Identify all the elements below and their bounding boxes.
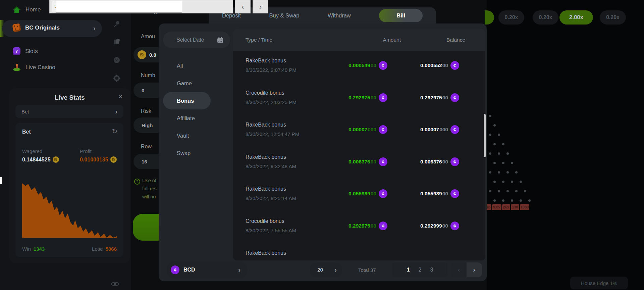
eye-icon[interactable] (111, 281, 119, 287)
prev-page-button[interactable]: ‹ (451, 262, 467, 277)
wallet-bill-modal: Deposit Buy & Swap Withdraw Bill Select … (159, 0, 487, 290)
row-time: 8/30/2022, 7:55:55 AM (246, 228, 296, 233)
bcd-coin-icon: ¢ (379, 157, 387, 166)
row-type: RakeBack bonus (246, 58, 286, 64)
row-time: 8/30/2022, 8:25:14 AM (246, 195, 296, 201)
table-scrollbar-thumb[interactable] (484, 114, 486, 157)
row-balance: 0.00637600¢ (420, 157, 459, 166)
plinko-peg (493, 162, 496, 164)
ime-text-input[interactable] (56, 1, 182, 13)
risk-label: Risk (141, 108, 151, 114)
doge-coin-icon: Đ (110, 156, 117, 163)
win-label: Win (22, 246, 31, 252)
page-button-1[interactable]: 1 (407, 267, 410, 273)
dice-game-icon[interactable] (113, 56, 120, 64)
plinko-peg (502, 181, 504, 183)
edge-marker (0, 177, 2, 184)
plinko-peg (498, 152, 500, 155)
bcd-coin-icon: ¢ (450, 61, 459, 70)
plinko-slot-multiplier: 130 (511, 204, 519, 210)
amount-label: Amou (141, 34, 155, 40)
plinko-peg (528, 199, 531, 202)
sidebar-item-bc-originals[interactable]: BC Originals (13, 24, 60, 32)
tab-withdraw[interactable]: Withdraw (328, 12, 351, 19)
card-title: Bet (22, 129, 31, 135)
row-type: RakeBack bonus (246, 186, 286, 192)
plinko-peg (511, 181, 513, 183)
chip-game-icon[interactable] (113, 75, 120, 82)
sidebar-item-label: Home (25, 6, 41, 13)
sidebar-item-home[interactable]: Home (13, 6, 41, 13)
lose-label: Lose (92, 246, 103, 252)
bcd-coin-icon: ¢ (379, 222, 387, 230)
plinko-peg (511, 162, 513, 164)
header-amount: Amount (361, 37, 401, 43)
ime-prev-button[interactable]: ‹ (235, 0, 251, 13)
row-value: 16 (142, 159, 147, 164)
multiplier-pill[interactable]: 0.20x (600, 10, 626, 25)
chevron-right-icon: › (93, 25, 96, 32)
currency-select[interactable]: ¢ BCD › (167, 261, 247, 278)
multiplier-pill[interactable]: 0.20x (533, 10, 558, 25)
plinko-peg (520, 181, 522, 183)
plinko-peg (493, 181, 496, 183)
bcd-coin-icon: ¢ (379, 125, 387, 134)
plinko-slot-multiplier: 9.0x (492, 204, 501, 210)
plinko-peg (502, 199, 504, 202)
win-lose-row: Win1343 Lose5066 (22, 246, 117, 252)
row-type: RakeBack bonus (246, 122, 286, 128)
ime-next-button[interactable]: › (253, 0, 268, 13)
filter-item-vault[interactable]: Vault (163, 127, 230, 144)
filter-item-swap[interactable]: Swap (163, 144, 230, 162)
refresh-icon[interactable]: ↻ (112, 128, 117, 135)
modal-body: Select Date AllGameBonusAffiliateVaultSw… (159, 23, 487, 281)
bcd-coin-icon: ¢ (171, 265, 179, 274)
row-amount: 0.00007000¢ (348, 125, 387, 134)
page-button-2[interactable]: 2 (419, 267, 422, 273)
sidebar-item-label: Live Casino (25, 64, 55, 71)
house-edge-label: House Edge 1% (570, 277, 628, 289)
plinko-slot-multiplier: 1000 (520, 204, 529, 210)
plinko-board-area: 0.20x0.20x2.00x0.20x .0x9.0x26x1301000 H… (487, 0, 644, 290)
plinko-peg (520, 199, 522, 202)
limbo-game-icon[interactable] (113, 20, 120, 28)
sidebar-item-live-casino[interactable]: Live Casino (13, 63, 55, 71)
sidebar-item-slots[interactable]: 7 Slots (13, 47, 38, 55)
page-size-select[interactable]: 20 › (310, 262, 342, 277)
table-row: Crocodile bonus8/30/2022, 7:55:55 AM0.29… (233, 211, 485, 244)
row-amount: 0.00637600¢ (348, 157, 387, 166)
chevron-right-icon: › (115, 108, 117, 115)
multiplier-pill[interactable]: 0.20x (498, 10, 524, 25)
filter-item-all[interactable]: All (163, 57, 230, 75)
select-date-input[interactable]: Select Date (163, 32, 230, 48)
filter-item-game[interactable]: Game (163, 75, 230, 92)
plinko-peg (489, 115, 491, 117)
page-button-3[interactable]: 3 (430, 267, 433, 273)
table-row: RakeBack bonus (233, 243, 485, 260)
cards-game-icon[interactable] (113, 38, 120, 46)
filter-item-bonus[interactable]: Bonus (163, 92, 211, 109)
plinko-slot-multiplier: 26x (502, 204, 510, 210)
plinko-peg (511, 199, 513, 202)
sidebar-item-label: Slots (25, 48, 38, 55)
row-balance: 0.05598900¢ (420, 189, 459, 198)
bcd-coin-icon: ¢ (450, 189, 459, 198)
multiplier-pill[interactable]: 2.00x (559, 10, 593, 25)
table-row: Crocodile bonus8/30/2022, 2:03:25 PM0.29… (233, 83, 485, 115)
tab-buy-swap[interactable]: Buy & Swap (269, 12, 300, 19)
row-balance: 0.29297500¢ (420, 93, 459, 102)
bet-type-select[interactable]: Bet › (15, 105, 123, 118)
filter-item-affiliate[interactable]: Affiliate (163, 109, 230, 127)
plinko-peg (489, 134, 491, 136)
bcd-coin-icon: ¢ (450, 125, 459, 134)
header-balance: Balance (425, 37, 465, 43)
sidebar-item-label: BC Originals (25, 25, 60, 31)
plinko-peg (502, 143, 504, 145)
plinko-peg (506, 152, 509, 155)
tab-bill[interactable]: Bill (379, 9, 423, 22)
plinko-peg (506, 171, 509, 174)
currency-label: BCD (183, 267, 195, 273)
close-icon[interactable]: × (118, 93, 123, 101)
next-page-button[interactable]: › (467, 262, 482, 277)
chevron-right-icon: › (238, 266, 240, 274)
